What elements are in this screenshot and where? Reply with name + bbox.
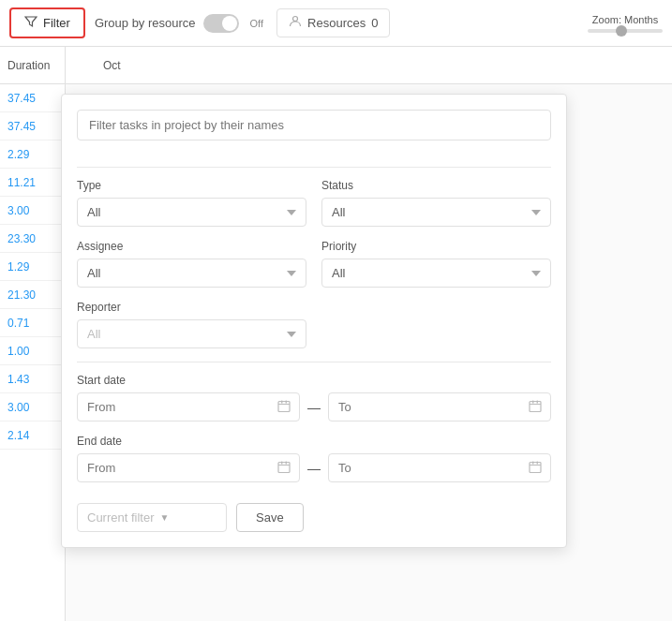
start-date-from-wrap — [77, 392, 300, 421]
reporter-row: Reporter All — [77, 301, 551, 348]
start-date-from-input[interactable] — [77, 392, 300, 421]
priority-select[interactable]: All — [321, 259, 551, 288]
end-date-to-wrap — [328, 453, 551, 482]
type-status-row: Type All Status All — [77, 179, 551, 227]
list-item: 37.45 — [0, 112, 65, 140]
list-item: 2.29 — [0, 140, 65, 169]
status-select[interactable]: All — [321, 198, 551, 227]
gantt-month-label: Oct — [103, 59, 121, 72]
group-by-section: Group by resource Off — [95, 14, 263, 33]
zoom-section: Zoom: Months — [588, 14, 663, 33]
end-date-label: End date — [77, 435, 551, 448]
start-date-to-wrap — [328, 392, 551, 421]
type-col: Type All — [77, 179, 306, 227]
priority-col: Priority All — [321, 240, 551, 288]
zoom-slider[interactable] — [588, 29, 663, 33]
reporter-select[interactable]: All — [77, 319, 306, 348]
resources-label: Resources — [307, 16, 366, 30]
list-item: 1.43 — [0, 365, 65, 393]
current-filter-label: Current filter — [87, 510, 155, 525]
current-filter-dropdown[interactable]: Current filter ▼ — [77, 503, 227, 532]
type-label: Type — [77, 179, 306, 192]
filter-label: Filter — [43, 16, 70, 30]
filter-panel: Type All Status All Assignee All P — [61, 94, 567, 548]
priority-label: Priority — [321, 240, 551, 253]
list-item: 0.71 — [0, 309, 65, 337]
list-item: 1.00 — [0, 337, 65, 365]
task-search-input[interactable] — [77, 110, 551, 140]
assignee-priority-row: Assignee All Priority All — [77, 240, 551, 288]
start-date-label: Start date — [77, 374, 551, 387]
filter-icon — [24, 15, 37, 31]
save-button[interactable]: Save — [236, 503, 304, 532]
divider — [77, 167, 551, 168]
assignee-label: Assignee — [77, 240, 306, 253]
list-item: 2.14 — [0, 421, 65, 450]
main-area: Duration 37.45 37.45 2.29 11.21 3.00 23.… — [0, 47, 672, 621]
list-item: 1.29 — [0, 253, 65, 281]
reporter-col: Reporter All — [77, 301, 306, 348]
divider-2 — [77, 362, 551, 362]
zoom-thumb — [616, 25, 627, 37]
chevron-down-icon: ▼ — [160, 512, 170, 523]
filter-footer: Current filter ▼ Save — [77, 495, 551, 532]
list-item: 3.00 — [0, 393, 65, 421]
group-by-label: Group by resource — [95, 16, 196, 30]
end-date-section: End date — — [77, 435, 551, 482]
list-item: 23.30 — [0, 225, 65, 253]
resources-count: 0 — [371, 16, 378, 30]
list-item: 3.00 — [0, 197, 65, 225]
start-date-section: Start date — — [77, 374, 551, 421]
status-label: Status — [321, 179, 551, 192]
start-date-row: — — [77, 392, 551, 421]
status-col: Status All — [321, 179, 551, 227]
reporter-label: Reporter — [77, 301, 306, 314]
assignee-col: Assignee All — [77, 240, 306, 288]
group-by-toggle[interactable] — [203, 14, 239, 33]
left-column: Duration 37.45 37.45 2.29 11.21 3.00 23.… — [0, 47, 66, 621]
gantt-header: Oct — [66, 47, 672, 84]
svg-point-0 — [293, 17, 298, 22]
end-date-from-wrap — [77, 453, 300, 482]
list-item: 37.45 — [0, 84, 65, 112]
start-date-to-input[interactable] — [328, 392, 551, 421]
date-dash-2: — — [307, 461, 321, 476]
date-dash-1: — — [307, 400, 321, 415]
person-icon — [289, 15, 302, 31]
end-date-to-input[interactable] — [328, 453, 551, 482]
list-item: 11.21 — [0, 169, 65, 197]
duration-header: Duration — [0, 47, 65, 84]
toggle-knob — [222, 16, 237, 31]
zoom-label: Zoom: Months — [592, 14, 658, 25]
toggle-state-label: Off — [250, 18, 263, 29]
end-date-row: — — [77, 453, 551, 482]
list-item: 21.30 — [0, 281, 65, 309]
assignee-select[interactable]: All — [77, 259, 306, 288]
resources-button[interactable]: Resources 0 — [276, 8, 390, 37]
duration-label: Duration — [7, 59, 50, 72]
end-date-from-input[interactable] — [77, 453, 300, 482]
filter-button[interactable]: Filter — [9, 7, 85, 38]
type-select[interactable]: All — [77, 198, 306, 227]
toolbar: Filter Group by resource Off Resources 0… — [0, 0, 672, 47]
